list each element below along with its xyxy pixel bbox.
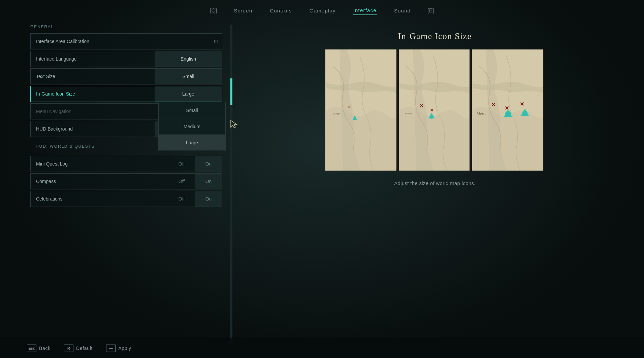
dropdown-large[interactable]: Large — [159, 135, 225, 151]
back-button[interactable]: Esc Back — [27, 345, 51, 352]
svg-text:✕: ✕ — [420, 103, 423, 108]
setting-row-area-calibration[interactable]: Interface Area Calibration ⊡ — [30, 33, 222, 49]
map-panel-small: Merc. ✕ — [325, 49, 398, 171]
right-panel: In-Game Icon Size — [232, 25, 644, 346]
nav-controls[interactable]: Controls — [269, 6, 292, 15]
map-bg-small: Merc. ✕ — [325, 49, 398, 171]
preview-title: In-Game Icon Size — [398, 31, 472, 41]
preview-description: Adjust the size of world map icons. — [394, 180, 475, 186]
nav-interface[interactable]: Interface — [353, 6, 377, 15]
compass-on[interactable]: On — [195, 174, 222, 189]
icon-size-value: Large — [155, 86, 222, 102]
dropdown-small[interactable]: Small — [159, 102, 225, 118]
mini-quest-label: Mini Quest Log — [31, 161, 168, 167]
bottom-bar: Esc Back R Default — Apply — [0, 338, 644, 358]
default-label: Default — [76, 346, 93, 351]
svg-text:✕: ✕ — [430, 108, 433, 113]
celebrations-label: Celebrations — [31, 196, 168, 202]
celebrations-on[interactable]: On — [195, 191, 222, 207]
area-calibration-label: Interface Area Calibration — [31, 39, 210, 44]
compass-label: Compass — [31, 179, 168, 184]
language-label: Interface Language — [31, 56, 155, 62]
preview-description-line — [327, 176, 543, 176]
back-key: Esc — [27, 345, 36, 352]
svg-text:Merc.: Merc. — [332, 112, 341, 116]
map-panel-large: Merc. ✕ ✕ ✕ — [472, 49, 544, 171]
svg-point-10 — [429, 115, 433, 119]
nav-screen[interactable]: Screen — [233, 6, 253, 15]
toggle-row-celebrations[interactable]: Celebrations Off On — [30, 191, 222, 207]
scrollbar-thumb[interactable] — [230, 78, 232, 105]
apply-button[interactable]: — Apply — [106, 345, 131, 352]
setting-row-icon-size[interactable]: In-Game Icon Size Large — [30, 86, 222, 102]
svg-text:Merc.: Merc. — [477, 111, 486, 116]
apply-key: — — [106, 345, 116, 352]
hud-background-label: HUD Background — [31, 126, 155, 132]
celebrations-off: Off — [168, 191, 195, 207]
mini-quest-off: Off — [168, 156, 195, 172]
left-bracket: [Q] — [210, 8, 217, 14]
preview-images: Merc. ✕ — [325, 49, 544, 171]
nav-gameplay[interactable]: Gameplay — [309, 6, 336, 15]
calibration-icon: ⊡ — [210, 34, 222, 49]
top-nav: [Q] Screen Controls Gameplay Interface S… — [0, 0, 644, 21]
language-value: English — [155, 51, 222, 67]
main-container: [Q] Screen Controls Gameplay Interface S… — [0, 0, 644, 358]
apply-label: Apply — [118, 346, 131, 351]
svg-text:✕: ✕ — [348, 105, 351, 109]
setting-row-language[interactable]: Interface Language English — [30, 51, 222, 67]
default-key: R — [64, 345, 73, 352]
map-bg-medium: Merc. ✕ ✕ — [399, 49, 471, 171]
left-panel: GENERAL Interface Area Calibration ⊡ Int… — [0, 25, 232, 346]
compass-off: Off — [168, 174, 195, 189]
content-area: GENERAL Interface Area Calibration ⊡ Int… — [0, 21, 644, 346]
icon-size-dropdown[interactable]: Small Medium Large — [158, 102, 226, 151]
mini-quest-on[interactable]: On — [195, 156, 222, 172]
dropdown-medium[interactable]: Medium — [159, 118, 225, 135]
general-section-label: GENERAL — [30, 25, 226, 29]
setting-row-text-size[interactable]: Text Size Small — [30, 68, 222, 84]
toggle-row-mini-quest[interactable]: Mini Quest Log Off On — [30, 156, 222, 172]
icon-size-label: In-Game Icon Size — [31, 91, 155, 97]
svg-text:Merc.: Merc. — [404, 112, 413, 116]
svg-point-4 — [353, 117, 356, 120]
svg-point-17 — [505, 111, 511, 117]
text-size-label: Text Size — [31, 74, 155, 79]
text-size-value: Small — [155, 69, 222, 84]
right-bracket: [E] — [427, 8, 434, 14]
nav-sound[interactable]: Sound — [393, 6, 411, 15]
toggle-row-compass[interactable]: Compass Off On — [30, 173, 222, 189]
map-panel-medium: Merc. ✕ ✕ — [399, 49, 471, 171]
back-label: Back — [39, 346, 51, 351]
default-button[interactable]: R Default — [64, 345, 93, 352]
svg-point-19 — [522, 111, 528, 116]
svg-text:✕: ✕ — [520, 101, 524, 107]
scrollbar[interactable] — [230, 25, 232, 346]
map-bg-large: Merc. ✕ ✕ ✕ — [472, 49, 544, 171]
icon-size-container: In-Game Icon Size Large Small Medium Lar… — [30, 86, 226, 102]
svg-text:✕: ✕ — [491, 102, 496, 108]
